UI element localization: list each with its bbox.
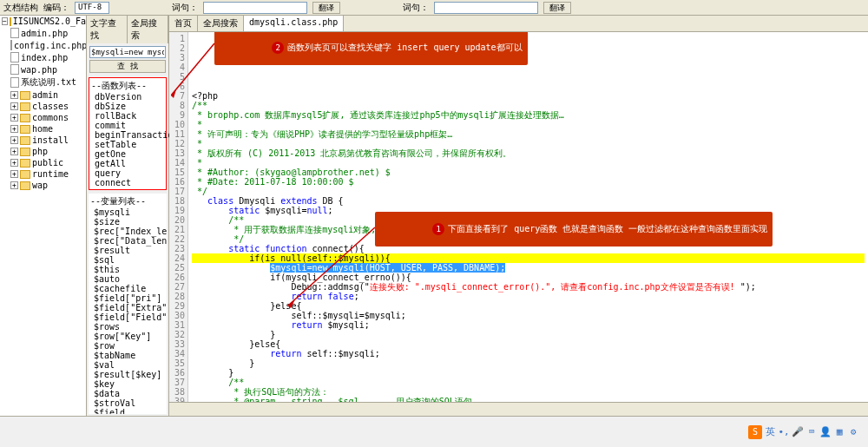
ime-punc-icon[interactable]: •, — [778, 426, 790, 438]
tab-text-search[interactable]: 文字查找 — [87, 16, 128, 43]
tree-item[interactable]: +admin — [0, 89, 86, 101]
variable-item[interactable]: $field["Field"] — [90, 312, 165, 322]
function-item[interactable]: dbSize — [91, 102, 164, 111]
function-item[interactable]: setTable — [91, 140, 164, 149]
code-line[interactable]: * 版权所有 (C) 2011-2013 北京易第优教育咨询有限公司，并保留所有… — [192, 148, 865, 158]
tree-item[interactable]: 系统说明.txt — [0, 76, 86, 89]
ime-lang[interactable]: 英 — [764, 426, 776, 438]
variable-item[interactable]: $auto — [90, 274, 165, 284]
expand-icon[interactable]: + — [10, 114, 18, 122]
code-line[interactable]: } — [192, 368, 865, 378]
tree-item[interactable]: +commons — [0, 112, 86, 123]
variable-item[interactable]: $size — [90, 217, 165, 227]
function-item[interactable]: query — [91, 168, 164, 178]
file-tree[interactable]: − IISUNCMS2.0_Fashion_Zh admin.phpconfig… — [0, 16, 87, 416]
horizontal-scrollbar[interactable] — [169, 402, 868, 416]
query-input-2[interactable] — [434, 2, 538, 14]
tab-file[interactable]: dmysqli.class.php — [244, 16, 344, 31]
expand-icon[interactable]: + — [10, 136, 18, 144]
function-item[interactable]: getOne — [91, 149, 164, 159]
ime-grid-icon[interactable]: ▦ — [833, 426, 845, 438]
variable-item[interactable]: $sql — [90, 255, 165, 265]
variable-item[interactable]: $this — [90, 265, 165, 274]
function-item[interactable]: connect — [91, 178, 164, 187]
variable-item[interactable]: $val — [90, 360, 165, 370]
tree-item[interactable]: +public — [0, 157, 86, 168]
function-item[interactable]: dbVersion — [91, 92, 164, 102]
collapse-icon[interactable]: − — [2, 17, 8, 25]
variable-item[interactable]: $field["Extra"] — [90, 303, 165, 312]
variable-item[interactable]: $tabName — [90, 351, 165, 360]
tab-global[interactable]: 全局搜索 — [198, 16, 244, 31]
tree-root[interactable]: − IISUNCMS2.0_Fashion_Zh — [0, 16, 86, 27]
code-line[interactable]: } — [192, 330, 865, 339]
code-line[interactable]: * @param string $sql 用户查询的SQL语句 — [192, 397, 865, 402]
search-button[interactable]: 查 找 — [89, 60, 166, 73]
tree-item[interactable]: config.inc.php — [0, 39, 86, 51]
tree-item[interactable]: +runtime — [0, 168, 86, 180]
tree-item[interactable]: index.php — [0, 51, 86, 63]
function-item[interactable]: getAll — [91, 159, 164, 168]
code-line[interactable]: /** — [192, 378, 865, 387]
code-line[interactable]: return self::$mysqli; — [192, 349, 865, 358]
ime-user-icon[interactable]: 👤 — [819, 426, 832, 438]
variable-item[interactable]: $row["Key"] — [90, 332, 165, 341]
expand-icon[interactable]: + — [10, 102, 18, 110]
code-line[interactable]: * — [192, 120, 865, 129]
code-line[interactable]: * #Author: (skygao@lampbrother.net) $ — [192, 168, 865, 177]
code-line[interactable]: /** — [192, 101, 865, 110]
code-line[interactable]: * — [192, 158, 865, 168]
ime-keyboard-icon[interactable]: ⌨ — [806, 426, 818, 438]
code-line[interactable]: }else{ — [192, 339, 865, 349]
encoding-value[interactable]: UTF-8 — [75, 2, 109, 14]
ime-gear-icon[interactable]: ⚙ — [847, 426, 859, 438]
function-item[interactable]: rollBack — [91, 111, 164, 121]
variable-item[interactable]: $rec["Data_length"] — [90, 236, 165, 246]
code-line[interactable]: * brophp.com 数据库mysql5扩展, 通过该类库连接过php5中的… — [192, 110, 865, 120]
function-item[interactable]: beginTransaction — [91, 130, 164, 140]
variable-item[interactable]: $key — [90, 379, 165, 389]
variable-item[interactable]: $result[$key] — [90, 370, 165, 379]
variable-item[interactable]: $result — [90, 246, 165, 255]
tree-item[interactable]: wap.php — [0, 63, 86, 76]
variable-item[interactable]: $field["pri"] — [90, 293, 165, 303]
ime-brand-icon[interactable]: S — [748, 425, 762, 439]
expand-icon[interactable]: + — [10, 181, 18, 189]
tree-item[interactable]: +php — [0, 146, 86, 157]
tree-item[interactable]: +classes — [0, 101, 86, 112]
variable-item[interactable]: $stroVal — [90, 398, 165, 408]
code-line[interactable]: } — [192, 358, 865, 368]
variable-item[interactable]: $row — [90, 341, 165, 351]
query-input-1[interactable] — [203, 2, 307, 14]
code-line[interactable]: * 许可声明：专为《细说PHP》读者提供的学习型轻量级php框架… — [192, 129, 865, 139]
tree-item[interactable]: +install — [0, 135, 86, 146]
tree-item[interactable]: +home — [0, 123, 86, 135]
variable-item[interactable]: $data — [90, 389, 165, 398]
code-line[interactable]: class Dmysqli extends DB { — [192, 196, 865, 206]
variable-item[interactable]: $mysqli — [90, 207, 165, 217]
tree-item[interactable]: +wap — [0, 180, 86, 191]
tab-global-search[interactable]: 全局搜索 — [128, 16, 168, 43]
expand-icon[interactable]: + — [10, 91, 18, 99]
variable-item[interactable]: $field — [90, 408, 165, 414]
tab-home[interactable]: 首页 — [169, 16, 198, 31]
translate-button-2[interactable]: 翻译 — [543, 2, 571, 14]
expand-icon[interactable]: + — [10, 125, 18, 133]
expand-icon[interactable]: + — [10, 170, 18, 178]
code-line[interactable]: * — [192, 139, 865, 148]
code-line[interactable]: self::$mysqli=$mysqli; — [192, 311, 865, 320]
ime-toolbar[interactable]: S 英 •, 🎤 ⌨ 👤 ▦ ⚙ — [748, 425, 859, 439]
translate-button-1[interactable]: 翻译 — [312, 2, 340, 14]
search-input[interactable] — [89, 46, 166, 58]
code-line[interactable]: */ — [192, 187, 865, 196]
tree-item[interactable]: admin.php — [0, 27, 86, 39]
code-content[interactable]: 2函数列表页可以查找关键字 insert query update都可以 1下面… — [188, 32, 868, 402]
function-item[interactable]: commit — [91, 121, 164, 130]
code-line[interactable]: * #Date: 2011-07-18 10:00:00 $ — [192, 177, 865, 187]
variable-item[interactable]: $cachefile — [90, 284, 165, 293]
variable-item[interactable]: $rows — [90, 322, 165, 332]
code-line[interactable]: * 执行SQL语句的方法： — [192, 387, 865, 397]
expand-icon[interactable]: + — [10, 148, 18, 155]
code-editor[interactable]: 1234567891011121314151617181920212223242… — [169, 32, 868, 402]
code-line[interactable]: <?php — [192, 91, 865, 101]
